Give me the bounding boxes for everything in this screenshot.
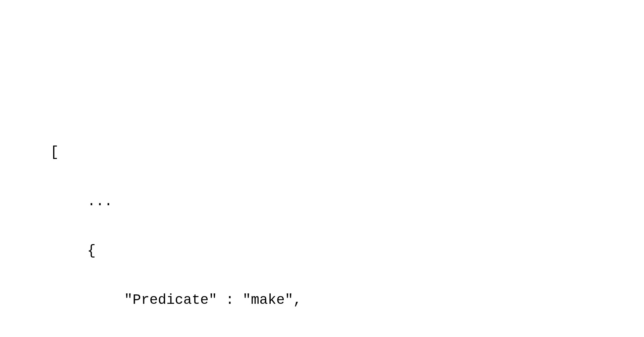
pair-key: "Predicate": [124, 292, 217, 308]
pair-line-0: "Predicate" : "make",: [50, 288, 644, 313]
pair-comma: ,: [293, 292, 302, 308]
open-brace-line: {: [50, 239, 644, 264]
open-bracket-line: [: [50, 140, 644, 165]
pair-value: "make": [243, 292, 293, 308]
json-code-block: [ ... { "Predicate" : "make", "Agent" : …: [50, 115, 644, 337]
ellipsis-top: ...: [50, 189, 644, 214]
